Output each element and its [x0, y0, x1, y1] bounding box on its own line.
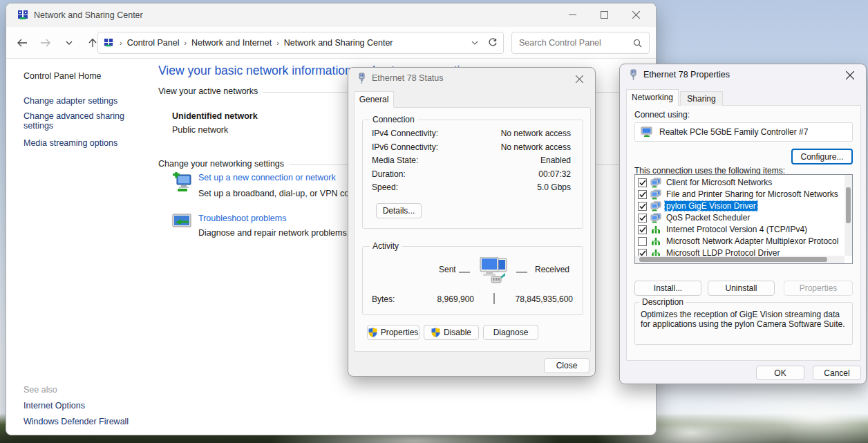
minimize-button[interactable] — [556, 3, 588, 26]
troubleshoot-link[interactable]: Troubleshoot problems — [198, 214, 286, 223]
sidebar-item-control-panel-home[interactable]: Control Panel Home — [23, 71, 102, 81]
ok-button-label: OK — [774, 368, 786, 378]
tab-sharing[interactable]: Sharing — [680, 91, 723, 106]
bytes-received-value: 78,845,935,600 — [507, 294, 573, 304]
troubleshoot-desc: Diagnose and repair network problems, or — [198, 228, 359, 238]
tab-networking[interactable]: Networking — [626, 89, 679, 106]
horizontal-scrollbar[interactable] — [635, 256, 845, 263]
network-type: Public network — [172, 125, 228, 135]
desktop: Network and Sharing Center › Control Pan… — [0, 0, 868, 443]
protocol-icon — [650, 225, 661, 234]
item-checkbox[interactable] — [638, 214, 647, 223]
diagnose-button[interactable]: Diagnose — [483, 325, 538, 340]
adapter-name: Realtek PCIe 5GbE Family Controller #7 — [659, 127, 808, 137]
sidebar-item-change-adapter-settings[interactable]: Change adapter settings — [23, 96, 148, 106]
sidebar-item-windows-defender-firewall[interactable]: Windows Defender Firewall — [23, 417, 176, 426]
activity-computer-icon — [476, 257, 508, 286]
list-item[interactable]: QoS Packet Scheduler — [638, 212, 751, 223]
close-dialog-button[interactable]: Close — [544, 358, 589, 373]
list-item[interactable]: Internet Protocol Version 4 (TCP/IPv4) — [638, 224, 809, 235]
item-label[interactable]: QoS Packet Scheduler — [665, 213, 751, 223]
ethernet-properties-dialog: Ethernet 78 Properties Networking Sharin… — [619, 64, 867, 384]
install-button[interactable]: Install... — [634, 281, 701, 296]
breadcrumb-network-and-internet[interactable]: Network and Internet — [191, 38, 272, 48]
address-dropdown-chevron-icon[interactable] — [471, 41, 478, 45]
properties-button[interactable]: Properties — [367, 325, 419, 340]
activity-divider — [516, 272, 527, 273]
recent-locations-chevron-icon[interactable] — [60, 34, 78, 52]
ipv4-label: IPv4 Connectivity: — [372, 129, 438, 138]
networking-settings-label: Change your networking settings — [158, 159, 284, 169]
search-box[interactable] — [511, 32, 650, 54]
active-networks-label: View your active networks — [158, 86, 258, 96]
ok-button[interactable]: OK — [756, 366, 804, 380]
search-icon[interactable] — [633, 39, 642, 48]
sent-label: Sent — [439, 265, 456, 274]
cancel-button[interactable]: Cancel — [813, 366, 861, 380]
props-dialog-title-bar: Ethernet 78 Properties — [620, 64, 866, 85]
duration-value: 00:07:32 — [538, 169, 571, 179]
navigation-bar: › Control Panel › Network and Internet ›… — [6, 27, 656, 59]
sidebar-item-change-advanced-sharing-settings[interactable]: Change advanced sharing settings — [23, 111, 148, 131]
item-checkbox[interactable] — [638, 225, 647, 234]
connection-group-label: Connection — [370, 115, 417, 124]
search-input[interactable] — [519, 38, 633, 48]
item-checkbox[interactable] — [638, 178, 647, 187]
address-bar[interactable]: › Control Panel › Network and Internet ›… — [97, 32, 504, 54]
props-close-icon[interactable] — [838, 67, 862, 84]
window-title: Network and Sharing Center — [34, 10, 143, 20]
speed-label: Speed: — [372, 182, 398, 192]
tab-general[interactable]: General — [354, 91, 394, 108]
item-properties-button[interactable]: Properties — [784, 281, 853, 296]
refresh-icon[interactable] — [488, 38, 498, 48]
description-group-label: Description — [639, 297, 686, 307]
item-label[interactable]: Internet Protocol Version 4 (TCP/IPv4) — [665, 225, 809, 234]
media-state-value: Enabled — [540, 155, 571, 165]
scrollbar-thumb[interactable] — [846, 187, 851, 223]
setup-connection-link[interactable]: Set up a new connection or network — [198, 173, 336, 182]
details-button[interactable]: Details... — [376, 203, 422, 218]
list-item[interactable]: File and Printer Sharing for Microsoft N… — [638, 189, 840, 200]
configure-button-label: Configure... — [800, 152, 843, 162]
ethernet-plug-icon — [630, 69, 637, 80]
configure-button[interactable]: Configure... — [791, 149, 853, 164]
sidebar-item-media-streaming-options[interactable]: Media streaming options — [23, 138, 148, 148]
item-checkbox[interactable] — [638, 237, 647, 246]
cancel-button-label: Cancel — [824, 368, 849, 378]
item-label[interactable]: Microsoft Network Adapter Multiplexor Pr… — [665, 236, 840, 246]
network-sharing-center-icon — [17, 10, 28, 21]
ipv6-label: IPv6 Connectivity: — [372, 142, 438, 152]
scrollbar-thumb[interactable] — [639, 257, 827, 262]
maximize-button[interactable] — [588, 3, 620, 26]
item-label[interactable]: Client for Microsoft Networks — [665, 178, 773, 187]
uninstall-button[interactable]: Uninstall — [708, 281, 775, 296]
breadcrumb-separator: › — [184, 39, 187, 47]
media-state-label: Media State: — [372, 155, 418, 165]
ipv4-value: No network access — [501, 129, 571, 138]
item-label[interactable]: File and Printer Sharing for Microsoft N… — [665, 189, 840, 199]
disable-button[interactable]: Disable — [424, 325, 479, 340]
network-adapter-icon — [641, 126, 653, 138]
sidebar-item-internet-options[interactable]: Internet Options — [23, 401, 148, 411]
status-close-icon[interactable] — [567, 70, 591, 87]
breadcrumb-network-and-sharing-center[interactable]: Network and Sharing Center — [284, 38, 393, 48]
list-item[interactable]: Client for Microsoft Networks — [638, 177, 773, 188]
item-label[interactable]: pylon GigE Vision Driver — [665, 201, 757, 211]
props-dialog-title: Ethernet 78 Properties — [643, 70, 730, 79]
list-item[interactable]: pylon GigE Vision Driver — [638, 200, 757, 211]
item-checkbox[interactable] — [638, 202, 647, 211]
diagnose-button-label: Diagnose — [493, 328, 529, 337]
network-client-icon — [650, 201, 661, 211]
list-item[interactable]: Microsoft Network Adapter Multiplexor Pr… — [638, 236, 840, 247]
breadcrumb-control-panel[interactable]: Control Panel — [127, 38, 180, 48]
activity-divider — [459, 272, 470, 273]
forward-icon[interactable] — [37, 34, 55, 52]
speed-value: 5.0 Gbps — [537, 182, 571, 192]
item-checkbox[interactable] — [638, 190, 647, 199]
bytes-divider — [493, 293, 495, 304]
close-button[interactable] — [620, 3, 652, 26]
install-button-label: Install... — [654, 283, 682, 293]
vertical-scrollbar[interactable] — [845, 175, 852, 256]
connection-items-list[interactable]: Client for Microsoft Networks File and P… — [634, 174, 853, 264]
back-icon[interactable] — [13, 34, 31, 52]
